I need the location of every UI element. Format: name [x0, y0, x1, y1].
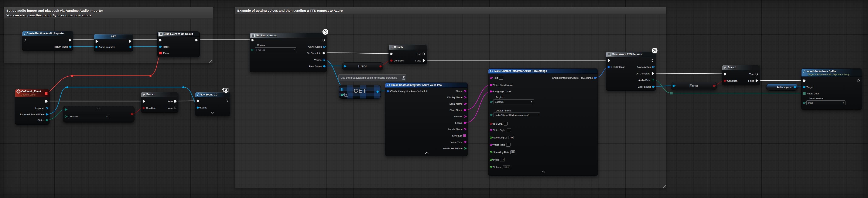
comment-title[interactable]: Example of getting voices and then sendi…: [235, 7, 666, 14]
collapse-node-chevron[interactable]: [488, 171, 597, 173]
exec-in-pin[interactable]: [724, 72, 726, 76]
speaking-rate-pin[interactable]: Speaking Rate0.0: [490, 150, 515, 154]
voice-info-in-pin[interactable]: Chatbot Integrator Azure Voice Info: [387, 89, 428, 93]
bubble-pin-button[interactable]: [401, 75, 406, 81]
voice-role-value[interactable]: [506, 143, 510, 146]
audio-data-array-pin[interactable]: Audio Data: [803, 92, 819, 95]
voice-type-pin[interactable]: Voice Type: [451, 140, 466, 144]
exec-out-pin[interactable]: [652, 59, 654, 62]
exec-in-pin[interactable]: [197, 99, 199, 103]
pitch-pin[interactable]: Pitch0.0: [490, 158, 505, 162]
voices-array-pin[interactable]: Voices: [314, 58, 325, 62]
node-audio-importer-getter[interactable]: Audio Importer: [766, 84, 798, 91]
true-exec-pin[interactable]: True: [168, 100, 177, 103]
index-value[interactable]: 0: [344, 93, 348, 96]
comment-resize-handle[interactable]: [662, 185, 666, 188]
target-pin[interactable]: Target: [159, 45, 169, 49]
style-list-array-pin[interactable]: Style List: [452, 134, 466, 137]
name-pin[interactable]: Name: [456, 89, 466, 93]
output-format-dropdown[interactable]: audio-16khz-32kbitrate-mono-mp3▾: [493, 113, 540, 117]
words-per-minute-pin[interactable]: Words Per Minute: [443, 146, 466, 150]
voice-short-name-pin[interactable]: Voice Short Name: [490, 83, 513, 87]
node-make-azure-ttssettings[interactable]: Make Chatbot Integrator Azure TTSSetting…: [488, 68, 598, 176]
is-ssml-pin[interactable]: Is SSML: [490, 122, 507, 125]
false-exec-pin[interactable]: False: [415, 59, 425, 62]
text-value-box[interactable]: [499, 76, 503, 80]
node-equal-enum[interactable]: == Success▾: [63, 106, 134, 122]
region-pin[interactable]: East US▾: [251, 48, 296, 52]
node-branch-voices[interactable]: ⇄Branch True Condition False: [389, 45, 427, 64]
array-in-pin[interactable]: [341, 88, 343, 91]
local-name-pin[interactable]: Local Name: [450, 102, 466, 106]
display-name-pin[interactable]: Display Name: [447, 95, 466, 99]
element-out-pin[interactable]: [377, 90, 378, 93]
index-pin[interactable]: 0: [341, 93, 348, 96]
collapse-node-chevron[interactable]: [385, 152, 467, 154]
node-set-audio-importer[interactable]: SET Audio Importer: [94, 34, 133, 52]
exec-in-pin[interactable]: [608, 59, 610, 62]
node-break-azure-voice-info[interactable]: Break Chatbot Integrator Azure Voice Inf…: [385, 83, 468, 156]
variable-out-pin[interactable]: [794, 86, 796, 88]
tts-settings-pin[interactable]: TTS Settings: [608, 65, 625, 69]
node-bind-event-to-on-result[interactable]: Bind Event to On Result Target Event: [157, 31, 200, 57]
region-dropdown[interactable]: East US▾: [255, 48, 296, 52]
condition-pin[interactable]: Condition: [390, 59, 404, 62]
node-onresult-event[interactable]: OnResult_Event Custom Event Importer Imp…: [15, 89, 50, 124]
output-format-pin[interactable]: audio-16khz-32kbitrate-mono-mp3▾: [490, 113, 540, 117]
reroute-delegate[interactable]: [150, 75, 152, 77]
voice-role-pin[interactable]: Voice Role: [490, 143, 510, 146]
exec-in-pin[interactable]: [95, 39, 98, 43]
sound-pin[interactable]: Sound: [197, 106, 207, 109]
exec-in-pin[interactable]: [803, 79, 806, 83]
exec-in-pin[interactable]: [251, 38, 254, 42]
equal-input-a-pin[interactable]: [65, 108, 67, 111]
pitch-value[interactable]: 0.0: [500, 158, 505, 162]
exec-in-pin[interactable]: [143, 100, 145, 103]
true-exec-pin[interactable]: True: [416, 52, 425, 56]
node-branch-tts[interactable]: ⇄Branch True Condition False: [722, 65, 760, 85]
true-exec-pin[interactable]: True: [749, 72, 758, 76]
locale-pin[interactable]: Locale: [455, 121, 466, 124]
node-play-sound-2d[interactable]: ƒPlay Sound 2D Sound: [195, 92, 230, 116]
async-action-pin[interactable]: Async Action: [308, 45, 325, 49]
target-pin[interactable]: Target: [803, 85, 813, 89]
on-complete-exec-pin[interactable]: On Complete: [636, 72, 654, 75]
return-value-pin[interactable]: Return Value: [54, 45, 71, 49]
node-send-azure-tts-request[interactable]: Send Azure TTS Request TTS Settings Asyn…: [606, 52, 656, 91]
node-array-get[interactable]: GET 0: [339, 85, 381, 99]
node-branch-play[interactable]: ⇄Branch True Condition False: [141, 92, 179, 113]
exec-in-pin[interactable]: [159, 38, 162, 42]
style-degree-value[interactable]: 1.0: [508, 136, 514, 139]
delegate-out-pin[interactable]: [45, 92, 48, 95]
speaking-rate-value[interactable]: 0.0: [510, 150, 515, 154]
exec-out-pin[interactable]: [322, 38, 325, 42]
region-dropdown[interactable]: East US▾: [493, 99, 534, 104]
exec-out-pin[interactable]: [45, 100, 48, 103]
ttssettings-out-pin[interactable]: Chatbot Integrator Azure TTSSettings: [552, 76, 596, 80]
node-import-audio-from-buffer[interactable]: ƒImport Audio from Buffer Target is Runt…: [801, 68, 862, 110]
short-name-pin[interactable]: Short Name: [450, 108, 466, 112]
async-action-pin[interactable]: Async Action: [637, 65, 654, 69]
style-degree-pin[interactable]: Style Degree1.0: [490, 136, 514, 139]
imported-sound-wave-pin[interactable]: Imported Sound Wave: [20, 113, 48, 116]
text-pin[interactable]: Text: [490, 76, 503, 80]
condition-pin[interactable]: Condition: [143, 106, 156, 110]
audio-data-array-pin[interactable]: Audio Data: [638, 78, 654, 82]
audio-importer-out-pin[interactable]: [129, 45, 131, 49]
reroute-soundwave[interactable]: [182, 86, 184, 88]
comment-title[interactable]: Set up audio import and playback via Run…: [4, 7, 213, 19]
error-bool-out-pin[interactable]: [379, 65, 381, 67]
is-ssml-checkbox[interactable]: [504, 122, 507, 125]
equal-input-b-pin[interactable]: Success▾: [65, 115, 109, 118]
reroute-soundwave[interactable]: [66, 86, 68, 88]
language-code-pin[interactable]: Language Code: [490, 89, 511, 93]
error-status-pin[interactable]: Error Status: [309, 64, 325, 68]
region-pin[interactable]: East US▾: [490, 100, 534, 104]
equal-result-pin[interactable]: [131, 112, 133, 116]
reroute-delegate[interactable]: [71, 75, 73, 77]
status-pin[interactable]: Status: [37, 118, 48, 122]
exec-out-pin[interactable]: [69, 38, 71, 42]
exec-out-pin[interactable]: [857, 79, 860, 83]
audio-importer-in-pin[interactable]: Audio Importer: [95, 45, 115, 49]
reroute-audio-data[interactable]: [670, 92, 673, 94]
